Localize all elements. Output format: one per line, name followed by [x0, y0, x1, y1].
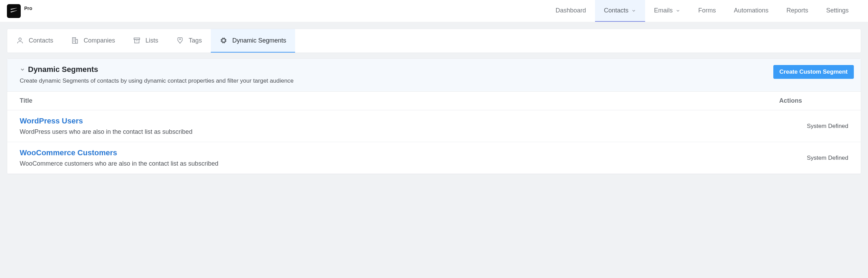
nav-label: Settings — [826, 7, 849, 14]
nav-forms[interactable]: Forms — [689, 0, 725, 22]
nav-emails[interactable]: Emails — [645, 0, 689, 22]
sub-tabs: Contacts Companies Lists Tags Dynamic Se… — [7, 29, 861, 53]
tab-dynamic-segments[interactable]: Dynamic Segments — [211, 29, 295, 53]
nav-label: Contacts — [604, 7, 629, 14]
svg-point-0 — [19, 38, 21, 40]
nav-reports[interactable]: Reports — [777, 0, 817, 22]
top-nav: Dashboard Contacts Emails Forms Automati… — [547, 0, 858, 22]
table-header: Title Actions — [7, 92, 861, 110]
tab-label: Companies — [84, 37, 115, 44]
chevron-down-icon — [20, 67, 25, 72]
table-row: WordPress Users WordPress users who are … — [7, 110, 861, 142]
segment-description: WooCommerce customers who are also in th… — [20, 160, 779, 167]
tab-lists[interactable]: Lists — [124, 29, 167, 53]
segment-link[interactable]: WordPress Users — [20, 117, 779, 126]
segment-type-label: System Defined — [807, 123, 848, 130]
row-actions: System Defined — [779, 123, 848, 130]
column-actions: Actions — [779, 97, 848, 104]
logo-icon — [10, 7, 18, 15]
nav-settings[interactable]: Settings — [817, 0, 858, 22]
svg-rect-7 — [135, 39, 139, 43]
nav-label: Automations — [734, 7, 768, 14]
svg-point-9 — [180, 39, 181, 40]
tab-label: Tags — [189, 37, 202, 44]
panel-description: Create dynamic Segments of contacts by u… — [20, 77, 294, 84]
nav-label: Reports — [786, 7, 808, 14]
tab-tags[interactable]: Tags — [167, 29, 211, 53]
nav-label: Forms — [698, 7, 716, 14]
chip-icon — [220, 37, 227, 44]
person-icon — [16, 37, 24, 44]
content: Contacts Companies Lists Tags Dynamic Se… — [0, 22, 868, 181]
brand-logo[interactable] — [7, 4, 21, 18]
tab-label: Lists — [145, 37, 158, 44]
panel-header: Dynamic Segments Create dynamic Segments… — [7, 59, 861, 92]
segment-type-label: System Defined — [807, 155, 848, 161]
nav-label: Emails — [654, 7, 673, 14]
svg-rect-2 — [76, 39, 78, 43]
table-row: WooCommerce Customers WooCommerce custom… — [7, 142, 861, 174]
nav-dashboard[interactable]: Dashboard — [547, 0, 595, 22]
nav-automations[interactable]: Automations — [725, 0, 777, 22]
create-custom-segment-button[interactable]: Create Custom Segment — [773, 65, 854, 79]
segment-link[interactable]: WooCommerce Customers — [20, 148, 779, 157]
tab-contacts[interactable]: Contacts — [7, 29, 62, 53]
tab-label: Contacts — [29, 37, 53, 44]
segment-description: WordPress users who are also in the cont… — [20, 128, 779, 136]
tab-label: Dynamic Segments — [232, 37, 286, 44]
tag-icon — [176, 37, 184, 44]
row-actions: System Defined — [779, 155, 848, 161]
app-header: Pro Dashboard Contacts Emails Forms Auto… — [0, 0, 868, 22]
chevron-down-icon — [631, 8, 636, 13]
panel-title-row[interactable]: Dynamic Segments — [20, 65, 294, 74]
brand-label: Pro — [24, 6, 32, 11]
panel-heading: Dynamic Segments Create dynamic Segments… — [20, 65, 294, 84]
archive-icon — [133, 37, 141, 44]
svg-rect-10 — [222, 39, 225, 42]
building-icon — [71, 37, 79, 44]
svg-rect-1 — [73, 38, 76, 44]
chevron-down-icon — [676, 8, 680, 13]
tab-companies[interactable]: Companies — [62, 29, 124, 53]
row-main: WooCommerce Customers WooCommerce custom… — [20, 148, 779, 167]
brand: Pro — [7, 4, 32, 18]
column-title: Title — [20, 97, 779, 104]
segments-panel: Dynamic Segments Create dynamic Segments… — [7, 58, 861, 174]
row-main: WordPress Users WordPress users who are … — [20, 117, 779, 136]
nav-label: Dashboard — [556, 7, 586, 14]
nav-contacts[interactable]: Contacts — [595, 0, 645, 22]
panel-title: Dynamic Segments — [28, 65, 98, 74]
